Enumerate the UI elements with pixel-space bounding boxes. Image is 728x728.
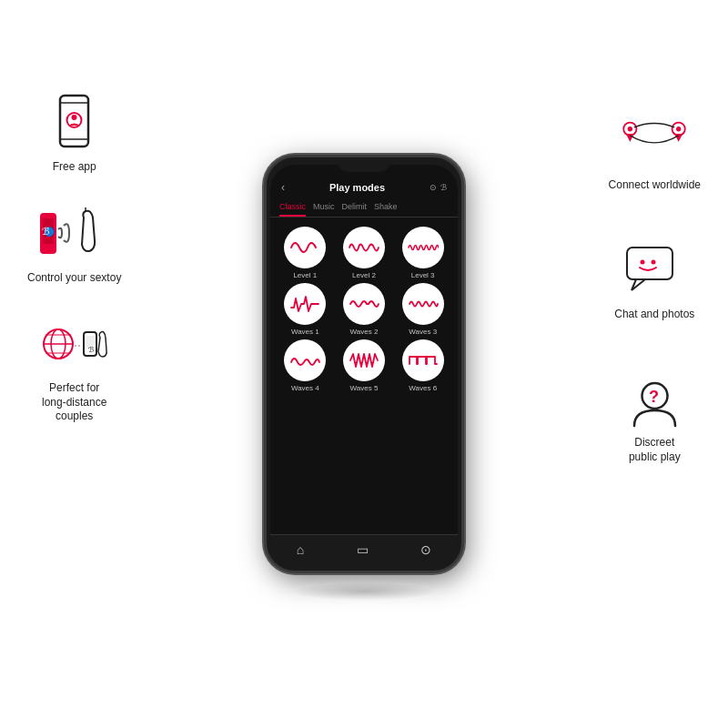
tab-classic[interactable]: Classic	[279, 199, 306, 217]
mode-label-waves3: Waves 3	[409, 328, 437, 336]
tab-delimit[interactable]: Delimit	[342, 199, 368, 217]
user-icon: ⊙	[430, 183, 437, 192]
nav-user-icon[interactable]: ⊙	[420, 542, 431, 557]
svg-point-25	[641, 259, 645, 264]
right-features: Connect worldwide Chat and photos	[609, 109, 701, 464]
long-distance-label: Perfect for long-distance couples	[42, 381, 106, 424]
mode-label-waves1: Waves 1	[291, 328, 319, 336]
discreet-icon: ?	[618, 367, 691, 430]
mode-label-waves4: Waves 4	[291, 384, 319, 392]
mode-waves6[interactable]: Waves 6	[395, 339, 450, 392]
mode-label-level1: Level 1	[293, 271, 317, 279]
mode-label-waves6: Waves 6	[409, 384, 437, 392]
control-icon: 🔵 ℬ	[38, 202, 111, 266]
mode-label-level3: Level 3	[411, 271, 435, 279]
feature-discreet: ? Discreet public play	[618, 367, 691, 464]
tab-shake[interactable]: Shake	[374, 199, 398, 217]
svg-text:ℬ: ℬ	[88, 346, 94, 354]
long-distance-icon: ℬ	[38, 312, 111, 376]
feature-connect: Connect worldwide	[609, 109, 701, 193]
left-features: Free app 🔵 ℬ Control your sextoy	[27, 91, 121, 424]
header-icons: ⊙ ℬ	[430, 183, 447, 192]
feature-free-app: Free app	[38, 91, 111, 175]
mode-level2[interactable]: Level 2	[337, 227, 392, 279]
screen-title: Play modes	[285, 182, 430, 193]
svg-point-21	[628, 126, 632, 131]
mode-label-waves5: Waves 5	[350, 384, 379, 392]
mode-label-waves2: Waves 2	[350, 328, 379, 336]
tabs-row: Classic Music Delimit Shake	[270, 199, 458, 217]
svg-point-23	[676, 126, 681, 131]
free-app-label: Free app	[53, 160, 96, 175]
nav-home-icon[interactable]: ⌂	[297, 542, 304, 557]
chat-icon	[618, 238, 691, 302]
nav-chat-icon[interactable]: ▭	[357, 542, 369, 557]
mode-waves4[interactable]: Waves 4	[278, 339, 333, 392]
phone-notch	[337, 157, 391, 172]
feature-chat: Chat and photos	[614, 238, 694, 322]
svg-point-26	[652, 259, 656, 264]
phone-screen: ‹ Play modes ⊙ ℬ Classic Music Delimit S…	[270, 165, 458, 563]
mode-level3[interactable]: Level 3	[395, 227, 450, 279]
tab-music[interactable]: Music	[313, 199, 335, 217]
svg-rect-24	[627, 248, 672, 279]
connect-icon	[618, 109, 691, 173]
mode-waves1[interactable]: Waves 1	[278, 283, 333, 336]
svg-text:?: ?	[649, 388, 659, 406]
mode-waves3[interactable]: Waves 3	[395, 283, 450, 336]
chat-label: Chat and photos	[614, 308, 694, 322]
bluetooth-icon: ℬ	[440, 183, 447, 192]
mode-level1[interactable]: Level 1	[278, 227, 333, 279]
mode-waves5[interactable]: Waves 5	[337, 339, 392, 392]
phone-reflection	[291, 582, 437, 601]
phone-body: ‹ Play modes ⊙ ℬ Classic Music Delimit S…	[264, 155, 464, 573]
free-app-icon	[38, 91, 111, 155]
modes-grid: Level 1 Level 2 Level 3	[270, 223, 458, 396]
svg-point-4	[72, 115, 77, 120]
connect-label: Connect worldwide	[609, 178, 701, 193]
svg-text:ℬ: ℬ	[42, 226, 50, 237]
mode-waves2[interactable]: Waves 2	[337, 283, 392, 336]
feature-long-distance: ℬ Perfect for long-distance couples	[38, 312, 111, 424]
control-label: Control your sextoy	[27, 271, 121, 286]
feature-control: 🔵 ℬ Control your sextoy	[27, 202, 121, 286]
mode-label-level2: Level 2	[352, 271, 376, 279]
phone: ‹ Play modes ⊙ ℬ Classic Music Delimit S…	[264, 155, 464, 573]
screen-nav: ⌂ ▭ ⊙	[270, 534, 458, 563]
discreet-label: Discreet public play	[629, 436, 681, 464]
